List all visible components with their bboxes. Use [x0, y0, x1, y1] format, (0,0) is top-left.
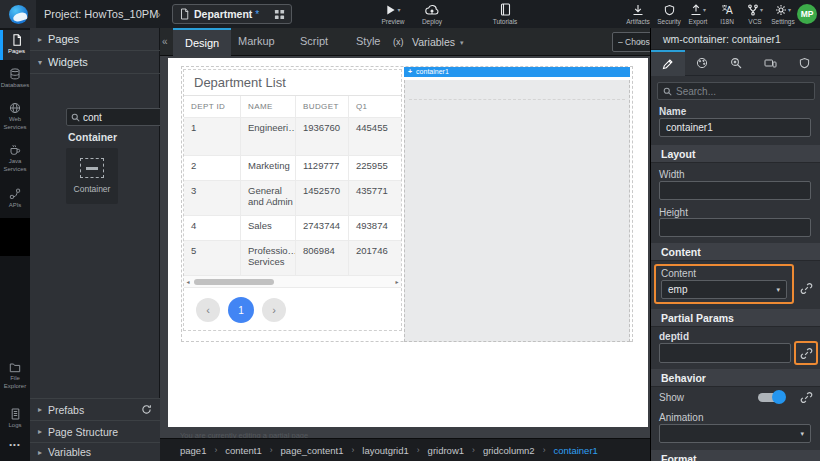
bind-link-icon[interactable] — [800, 391, 813, 404]
rail-item-databases[interactable]: Databases — [0, 64, 30, 94]
cell-dept-id: 2 — [184, 156, 241, 180]
cell-budget: 1936760 — [296, 118, 349, 155]
department-table-widget[interactable]: Department List DEPT ID NAME BUDGET Q1 1… — [183, 69, 402, 331]
show-toggle-switch[interactable] — [756, 390, 786, 404]
modified-indicator: * — [255, 9, 259, 20]
breadcrumb-item[interactable]: page1 — [180, 445, 206, 456]
table-row[interactable]: 1 Engineeri… 1936760 445455 — [184, 118, 401, 156]
section-partial-params[interactable]: Partial Params — [651, 309, 820, 327]
translate-icon: A — [721, 4, 734, 16]
section-format[interactable]: Format — [651, 450, 820, 461]
animation-select[interactable]: ▾ — [659, 424, 811, 443]
breadcrumb-item-active[interactable]: container1 — [553, 445, 597, 456]
breadcrumb-item[interactable]: page_content1 — [281, 445, 344, 456]
animation-field-label: Animation — [659, 412, 703, 423]
cell-dept-id: 5 — [184, 241, 241, 275]
rail-item-apis[interactable]: APIs — [0, 184, 30, 214]
tab-style[interactable]: Style — [344, 28, 392, 56]
container-widget-tile[interactable]: Container — [66, 148, 118, 204]
book-icon — [500, 3, 511, 16]
table-header-row: DEPT ID NAME BUDGET Q1 — [184, 96, 401, 118]
prefabs-section-header[interactable]: ▸ Prefabs — [30, 398, 160, 420]
deploy-button[interactable]: Deploy — [410, 3, 454, 25]
name-field-label: Name — [659, 106, 686, 117]
horizontal-scrollbar[interactable]: ◂ ▸ — [184, 276, 401, 288]
expand-right-panel-icon[interactable]: » — [638, 28, 644, 56]
breadcrumb-item[interactable]: content1 — [225, 445, 261, 456]
properties-search-box[interactable] — [657, 82, 815, 100]
variables-dropdown[interactable]: Variables — [412, 28, 455, 56]
tab-devices[interactable] — [753, 50, 787, 76]
container1-widget[interactable]: + container1 — [404, 67, 630, 339]
section-content[interactable]: Content — [651, 243, 820, 261]
column-header[interactable]: NAME — [241, 96, 296, 117]
height-input[interactable] — [659, 218, 811, 237]
rail-item-file-explorer[interactable]: File Explorer — [0, 358, 30, 398]
breadcrumb-item[interactable]: gridrow1 — [428, 445, 464, 456]
move-icon[interactable]: + — [408, 67, 412, 77]
container1-body[interactable] — [404, 80, 630, 342]
tab-styles[interactable] — [685, 50, 719, 76]
selected-widget-header[interactable]: + container1 — [404, 67, 630, 77]
rail-item-web-services[interactable]: Web Services — [0, 98, 30, 134]
table-row[interactable]: 4 Sales 2743744 493874 — [184, 216, 401, 241]
widget-search-input[interactable] — [83, 112, 170, 123]
tab-markup[interactable]: Markup — [226, 28, 287, 56]
widgets-section-header[interactable]: ▾ Widgets — [30, 51, 160, 74]
name-input[interactable] — [659, 118, 811, 137]
width-field-label: Width — [659, 169, 685, 180]
collapse-left-panel-icon[interactable]: « — [162, 28, 168, 56]
column-header[interactable]: Q1 — [349, 96, 401, 117]
deptid-input[interactable] — [659, 343, 791, 363]
width-input[interactable] — [659, 181, 811, 200]
rail-item-logs[interactable]: Logs — [0, 404, 30, 436]
table-row[interactable]: 2 Marketing 1129777 225955 — [184, 156, 401, 181]
section-behavior[interactable]: Behavior — [651, 369, 820, 387]
pages-grid-icon[interactable] — [274, 9, 285, 20]
chevron-down-icon[interactable]: ▾ — [460, 29, 464, 57]
more-menu-icon[interactable]: ••• — [0, 440, 30, 449]
scroll-right-icon[interactable]: ▸ — [393, 278, 401, 285]
tab-design[interactable]: Design — [173, 28, 231, 56]
breadcrumb-item[interactable]: gridcolumn2 — [483, 445, 535, 456]
logo-tile[interactable] — [0, 0, 36, 28]
user-avatar[interactable]: MP — [797, 4, 817, 24]
variables-section-header[interactable]: ▸ Variables — [30, 442, 160, 461]
column-header[interactable]: BUDGET — [296, 96, 349, 117]
scroll-left-icon[interactable]: ◂ — [184, 278, 192, 285]
bind-link-icon[interactable] — [800, 282, 813, 295]
tab-security-props[interactable] — [787, 50, 820, 76]
cell-name: General and Admin — [241, 181, 296, 215]
page-selector[interactable]: Department * — [172, 4, 292, 24]
chevron-down-icon[interactable]: ▾ — [397, 6, 400, 13]
pages-section-header[interactable]: ▸ Pages + — [30, 28, 160, 51]
rail-item-pages[interactable]: Pages — [0, 30, 30, 60]
table-row[interactable]: 5 Professio… Services 806984 201746 — [184, 241, 401, 276]
tab-search-props[interactable] — [719, 50, 753, 76]
scrollbar-thumb[interactable] — [194, 279, 274, 285]
page-structure-section-header[interactable]: ▸ Page Structure — [30, 420, 160, 442]
chevron-down-icon[interactable]: ▾ — [788, 6, 791, 13]
prev-page-button[interactable]: ‹ — [196, 298, 220, 322]
design-canvas: Department List DEPT ID NAME BUDGET Q1 1… — [160, 56, 650, 438]
section-layout[interactable]: Layout — [651, 145, 820, 163]
canvas-page[interactable]: Department List DEPT ID NAME BUDGET Q1 1… — [168, 58, 648, 427]
column-header[interactable]: DEPT ID — [184, 96, 241, 117]
bind-link-icon[interactable] — [800, 347, 813, 360]
breadcrumb-separator: › — [270, 445, 273, 455]
table-row[interactable]: 3 General and Admin 1452570 435771 — [184, 181, 401, 216]
tab-script[interactable]: Script — [288, 28, 340, 56]
rail-item-java-services[interactable]: Java Services — [0, 140, 30, 176]
breadcrumb-item[interactable]: layoutgrid1 — [362, 445, 408, 456]
refresh-icon[interactable] — [141, 404, 152, 415]
show-field-label: Show — [659, 392, 684, 403]
current-page-button[interactable]: 1 — [228, 297, 254, 323]
next-page-button[interactable]: › — [262, 298, 286, 322]
tab-properties[interactable] — [651, 50, 685, 76]
upload-icon — [690, 4, 702, 16]
content-select[interactable]: emp ▾ — [661, 280, 787, 299]
preview-button[interactable]: ▾ Preview — [371, 3, 415, 25]
properties-search-input[interactable] — [676, 86, 809, 97]
tutorials-button[interactable]: Tutorials — [483, 3, 527, 25]
coffee-icon — [9, 144, 21, 156]
